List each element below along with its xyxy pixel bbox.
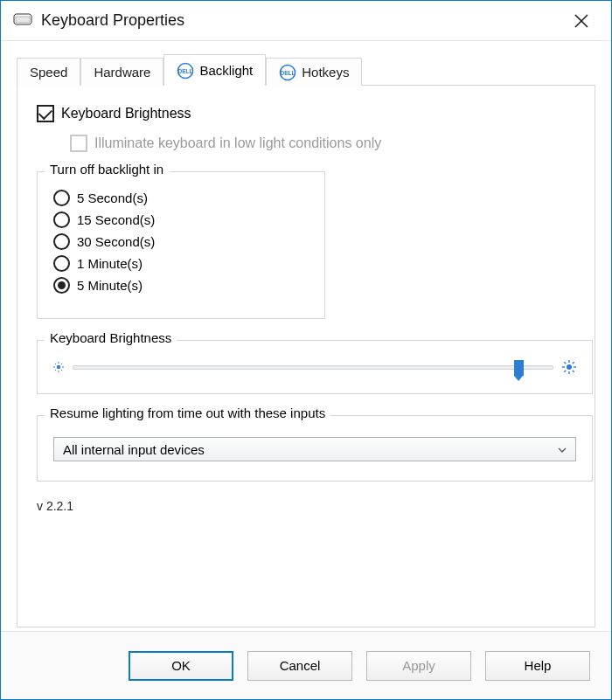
help-button[interactable]: Help: [485, 651, 590, 681]
tab-hotkeys[interactable]: DELL Hotkeys: [266, 58, 362, 86]
tab-hotkeys-label: Hotkeys: [302, 65, 349, 80]
radio-icon: [53, 277, 70, 294]
tab-speed[interactable]: Speed: [17, 58, 80, 86]
turnoff-option-1[interactable]: 15 Second(s): [53, 211, 309, 228]
tab-speed-label: Speed: [30, 65, 67, 80]
kb-brightness-checkbox[interactable]: [37, 105, 54, 122]
tab-strip: Speed Hardware DELL Backlight DELL Hotke…: [17, 53, 595, 85]
tab-hardware[interactable]: Hardware: [80, 58, 163, 86]
turnoff-option-0-label: 5 Second(s): [77, 191, 148, 205]
version-label: v 2.2.1: [37, 499, 575, 513]
titlebar: Keyboard Properties: [1, 1, 611, 41]
turnoff-group: Turn off backlight in 5 Second(s) 15 Sec…: [37, 171, 325, 319]
tab-backlight[interactable]: DELL Backlight: [163, 54, 266, 86]
dell-icon: DELL: [177, 62, 194, 80]
svg-line-21: [564, 362, 566, 364]
turnoff-option-3-label: 1 Minute(s): [77, 256, 143, 271]
svg-point-7: [57, 365, 60, 369]
brightness-high-icon: [562, 360, 576, 374]
turnoff-option-2-label: 30 Second(s): [77, 234, 155, 249]
svg-line-14: [55, 370, 56, 371]
apply-button-label: Apply: [402, 658, 435, 673]
radio-icon: [53, 190, 70, 206]
svg-line-12: [55, 364, 56, 364]
svg-line-15: [61, 364, 62, 364]
turnoff-option-1-label: 15 Second(s): [77, 212, 155, 227]
help-button-label: Help: [525, 658, 552, 673]
ok-button-label: OK: [171, 658, 191, 673]
turnoff-option-0[interactable]: 5 Second(s): [53, 190, 309, 206]
brightness-slider-row: [53, 360, 576, 374]
backlight-panel: Keyboard Brightness Illuminate keyboard …: [17, 85, 595, 627]
resume-dropdown-value: All internal input devices: [63, 442, 205, 457]
chevron-down-icon: [558, 443, 567, 455]
brightness-low-icon: [53, 362, 64, 372]
keyboard-icon: [13, 13, 32, 28]
turnoff-option-3[interactable]: 1 Minute(s): [53, 255, 309, 272]
window-title: Keyboard Properties: [41, 11, 564, 30]
cancel-button-label: Cancel: [280, 658, 321, 673]
lowlight-label: Illuminate keyboard in low light conditi…: [94, 135, 381, 151]
turnoff-option-2[interactable]: 30 Second(s): [53, 233, 309, 250]
ok-button[interactable]: OK: [129, 651, 233, 681]
svg-line-23: [564, 371, 566, 372]
svg-line-24: [573, 362, 574, 364]
cancel-button[interactable]: Cancel: [247, 651, 352, 681]
tab-hardware-label: Hardware: [94, 65, 150, 80]
dell-icon: DELL: [279, 64, 296, 81]
svg-line-13: [61, 370, 62, 371]
lowlight-checkbox[interactable]: [70, 135, 87, 152]
brightness-slider[interactable]: [73, 365, 553, 370]
svg-text:DELL: DELL: [178, 68, 193, 74]
resume-group: Resume lighting from time out with these…: [37, 415, 593, 482]
kb-brightness-label: Keyboard Brightness: [61, 106, 191, 121]
close-button[interactable]: [564, 3, 599, 38]
brightness-group: Keyboard Brightness: [37, 340, 593, 394]
lowlight-row: Illuminate keyboard in low light conditi…: [70, 135, 575, 152]
brightness-legend: Keyboard Brightness: [45, 330, 177, 345]
radio-icon: [53, 233, 70, 250]
svg-rect-0: [16, 17, 30, 23]
turnoff-option-4-label: 5 Minute(s): [77, 278, 143, 293]
svg-text:DELL: DELL: [281, 70, 296, 76]
turnoff-option-4[interactable]: 5 Minute(s): [53, 277, 309, 294]
svg-point-16: [567, 364, 572, 370]
kb-brightness-row: Keyboard Brightness: [37, 105, 575, 122]
radio-icon: [53, 255, 70, 272]
radio-icon: [53, 211, 70, 228]
resume-dropdown[interactable]: All internal input devices: [53, 437, 576, 461]
content-area: Speed Hardware DELL Backlight DELL Hotke…: [1, 41, 611, 631]
turnoff-legend: Turn off backlight in: [45, 162, 169, 177]
resume-legend: Resume lighting from time out with these…: [45, 405, 330, 420]
tab-backlight-label: Backlight: [199, 63, 253, 78]
dialog-footer: OK Cancel Apply Help: [1, 631, 611, 699]
brightness-slider-thumb[interactable]: [514, 360, 524, 376]
apply-button[interactable]: Apply: [366, 651, 471, 681]
svg-line-22: [573, 371, 574, 372]
